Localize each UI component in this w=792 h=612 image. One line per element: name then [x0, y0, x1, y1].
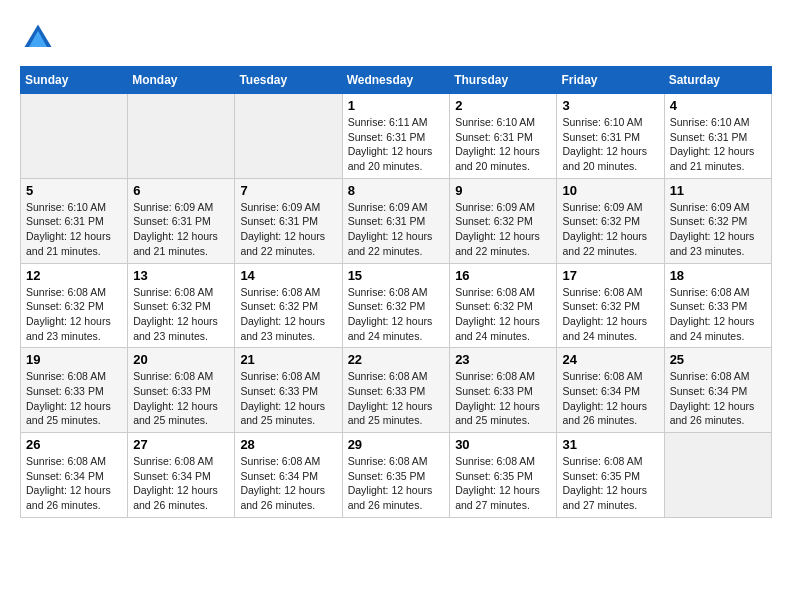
calendar-day-2: 2Sunrise: 6:10 AMSunset: 6:31 PMDaylight…: [450, 94, 557, 179]
calendar-day-13: 13Sunrise: 6:08 AMSunset: 6:32 PMDayligh…: [128, 263, 235, 348]
day-number: 7: [240, 183, 336, 198]
empty-cell: [235, 94, 342, 179]
logo: [20, 20, 60, 56]
day-number: 17: [562, 268, 658, 283]
calendar-day-31: 31Sunrise: 6:08 AMSunset: 6:35 PMDayligh…: [557, 433, 664, 518]
day-info: Sunrise: 6:09 AMSunset: 6:31 PMDaylight:…: [133, 200, 229, 259]
calendar-day-12: 12Sunrise: 6:08 AMSunset: 6:32 PMDayligh…: [21, 263, 128, 348]
day-info: Sunrise: 6:08 AMSunset: 6:34 PMDaylight:…: [240, 454, 336, 513]
day-number: 11: [670, 183, 766, 198]
calendar-day-27: 27Sunrise: 6:08 AMSunset: 6:34 PMDayligh…: [128, 433, 235, 518]
calendar-day-5: 5Sunrise: 6:10 AMSunset: 6:31 PMDaylight…: [21, 178, 128, 263]
calendar-day-19: 19Sunrise: 6:08 AMSunset: 6:33 PMDayligh…: [21, 348, 128, 433]
day-number: 6: [133, 183, 229, 198]
calendar-day-20: 20Sunrise: 6:08 AMSunset: 6:33 PMDayligh…: [128, 348, 235, 433]
calendar-day-30: 30Sunrise: 6:08 AMSunset: 6:35 PMDayligh…: [450, 433, 557, 518]
day-number: 3: [562, 98, 658, 113]
empty-cell: [128, 94, 235, 179]
calendar-day-7: 7Sunrise: 6:09 AMSunset: 6:31 PMDaylight…: [235, 178, 342, 263]
day-info: Sunrise: 6:10 AMSunset: 6:31 PMDaylight:…: [562, 115, 658, 174]
calendar-day-17: 17Sunrise: 6:08 AMSunset: 6:32 PMDayligh…: [557, 263, 664, 348]
calendar-day-4: 4Sunrise: 6:10 AMSunset: 6:31 PMDaylight…: [664, 94, 771, 179]
day-number: 15: [348, 268, 445, 283]
day-number: 2: [455, 98, 551, 113]
day-info: Sunrise: 6:11 AMSunset: 6:31 PMDaylight:…: [348, 115, 445, 174]
day-info: Sunrise: 6:09 AMSunset: 6:32 PMDaylight:…: [670, 200, 766, 259]
day-info: Sunrise: 6:08 AMSunset: 6:32 PMDaylight:…: [26, 285, 122, 344]
weekday-header-thursday: Thursday: [450, 67, 557, 94]
day-number: 27: [133, 437, 229, 452]
calendar-day-11: 11Sunrise: 6:09 AMSunset: 6:32 PMDayligh…: [664, 178, 771, 263]
calendar-week-2: 5Sunrise: 6:10 AMSunset: 6:31 PMDaylight…: [21, 178, 772, 263]
calendar-day-21: 21Sunrise: 6:08 AMSunset: 6:33 PMDayligh…: [235, 348, 342, 433]
day-number: 24: [562, 352, 658, 367]
day-info: Sunrise: 6:08 AMSunset: 6:32 PMDaylight:…: [562, 285, 658, 344]
calendar-week-5: 26Sunrise: 6:08 AMSunset: 6:34 PMDayligh…: [21, 433, 772, 518]
day-info: Sunrise: 6:10 AMSunset: 6:31 PMDaylight:…: [26, 200, 122, 259]
day-number: 9: [455, 183, 551, 198]
day-number: 23: [455, 352, 551, 367]
day-number: 25: [670, 352, 766, 367]
page-header: [20, 20, 772, 56]
calendar-day-23: 23Sunrise: 6:08 AMSunset: 6:33 PMDayligh…: [450, 348, 557, 433]
day-number: 12: [26, 268, 122, 283]
weekday-header-tuesday: Tuesday: [235, 67, 342, 94]
empty-cell: [664, 433, 771, 518]
day-number: 20: [133, 352, 229, 367]
day-info: Sunrise: 6:10 AMSunset: 6:31 PMDaylight:…: [455, 115, 551, 174]
day-info: Sunrise: 6:08 AMSunset: 6:34 PMDaylight:…: [26, 454, 122, 513]
calendar-day-26: 26Sunrise: 6:08 AMSunset: 6:34 PMDayligh…: [21, 433, 128, 518]
calendar-day-9: 9Sunrise: 6:09 AMSunset: 6:32 PMDaylight…: [450, 178, 557, 263]
weekday-header-friday: Friday: [557, 67, 664, 94]
calendar-week-1: 1Sunrise: 6:11 AMSunset: 6:31 PMDaylight…: [21, 94, 772, 179]
day-number: 30: [455, 437, 551, 452]
calendar-day-29: 29Sunrise: 6:08 AMSunset: 6:35 PMDayligh…: [342, 433, 450, 518]
day-number: 14: [240, 268, 336, 283]
calendar-day-16: 16Sunrise: 6:08 AMSunset: 6:32 PMDayligh…: [450, 263, 557, 348]
calendar-week-4: 19Sunrise: 6:08 AMSunset: 6:33 PMDayligh…: [21, 348, 772, 433]
calendar-day-28: 28Sunrise: 6:08 AMSunset: 6:34 PMDayligh…: [235, 433, 342, 518]
calendar-week-3: 12Sunrise: 6:08 AMSunset: 6:32 PMDayligh…: [21, 263, 772, 348]
day-info: Sunrise: 6:10 AMSunset: 6:31 PMDaylight:…: [670, 115, 766, 174]
empty-cell: [21, 94, 128, 179]
day-info: Sunrise: 6:08 AMSunset: 6:35 PMDaylight:…: [348, 454, 445, 513]
day-number: 16: [455, 268, 551, 283]
calendar-table: SundayMondayTuesdayWednesdayThursdayFrid…: [20, 66, 772, 518]
day-info: Sunrise: 6:08 AMSunset: 6:35 PMDaylight:…: [455, 454, 551, 513]
calendar-day-15: 15Sunrise: 6:08 AMSunset: 6:32 PMDayligh…: [342, 263, 450, 348]
day-number: 21: [240, 352, 336, 367]
day-info: Sunrise: 6:08 AMSunset: 6:34 PMDaylight:…: [670, 369, 766, 428]
calendar-day-24: 24Sunrise: 6:08 AMSunset: 6:34 PMDayligh…: [557, 348, 664, 433]
calendar-day-14: 14Sunrise: 6:08 AMSunset: 6:32 PMDayligh…: [235, 263, 342, 348]
day-info: Sunrise: 6:08 AMSunset: 6:34 PMDaylight:…: [562, 369, 658, 428]
day-number: 10: [562, 183, 658, 198]
day-info: Sunrise: 6:09 AMSunset: 6:32 PMDaylight:…: [562, 200, 658, 259]
logo-icon: [20, 20, 56, 56]
calendar-day-8: 8Sunrise: 6:09 AMSunset: 6:31 PMDaylight…: [342, 178, 450, 263]
day-info: Sunrise: 6:08 AMSunset: 6:33 PMDaylight:…: [455, 369, 551, 428]
day-info: Sunrise: 6:09 AMSunset: 6:31 PMDaylight:…: [348, 200, 445, 259]
day-info: Sunrise: 6:08 AMSunset: 6:32 PMDaylight:…: [455, 285, 551, 344]
weekday-header-monday: Monday: [128, 67, 235, 94]
day-info: Sunrise: 6:09 AMSunset: 6:31 PMDaylight:…: [240, 200, 336, 259]
calendar-day-10: 10Sunrise: 6:09 AMSunset: 6:32 PMDayligh…: [557, 178, 664, 263]
day-info: Sunrise: 6:08 AMSunset: 6:32 PMDaylight:…: [133, 285, 229, 344]
day-number: 5: [26, 183, 122, 198]
day-info: Sunrise: 6:08 AMSunset: 6:33 PMDaylight:…: [240, 369, 336, 428]
calendar-day-3: 3Sunrise: 6:10 AMSunset: 6:31 PMDaylight…: [557, 94, 664, 179]
day-number: 4: [670, 98, 766, 113]
day-number: 29: [348, 437, 445, 452]
day-number: 18: [670, 268, 766, 283]
day-info: Sunrise: 6:08 AMSunset: 6:33 PMDaylight:…: [348, 369, 445, 428]
calendar-day-18: 18Sunrise: 6:08 AMSunset: 6:33 PMDayligh…: [664, 263, 771, 348]
day-info: Sunrise: 6:08 AMSunset: 6:34 PMDaylight:…: [133, 454, 229, 513]
day-number: 19: [26, 352, 122, 367]
day-number: 1: [348, 98, 445, 113]
day-info: Sunrise: 6:08 AMSunset: 6:33 PMDaylight:…: [133, 369, 229, 428]
day-info: Sunrise: 6:09 AMSunset: 6:32 PMDaylight:…: [455, 200, 551, 259]
calendar-day-22: 22Sunrise: 6:08 AMSunset: 6:33 PMDayligh…: [342, 348, 450, 433]
day-info: Sunrise: 6:08 AMSunset: 6:33 PMDaylight:…: [26, 369, 122, 428]
day-number: 8: [348, 183, 445, 198]
weekday-header-saturday: Saturday: [664, 67, 771, 94]
day-number: 28: [240, 437, 336, 452]
